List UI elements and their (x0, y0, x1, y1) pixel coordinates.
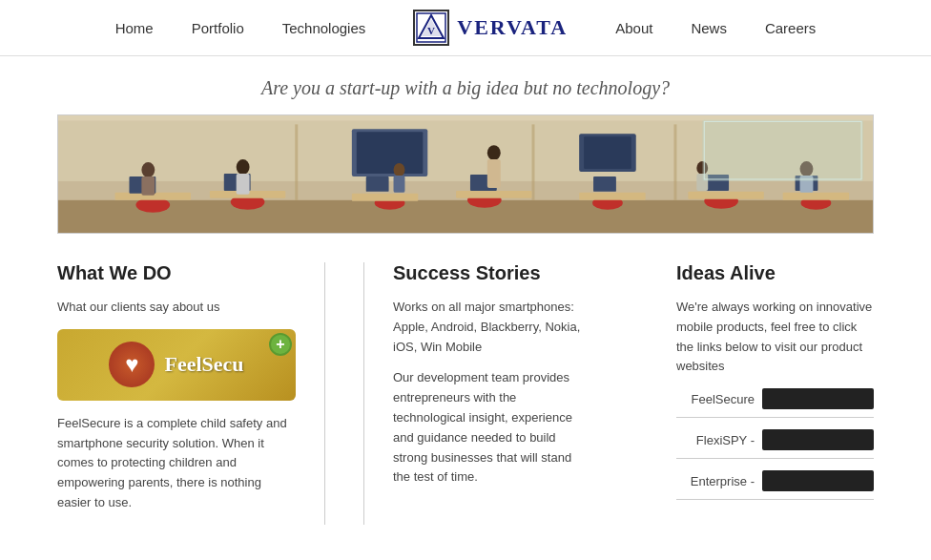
ideas-link-flexispy: FlexiSPY - (676, 429, 874, 459)
nav-right: About News Careers (596, 10, 835, 46)
site-header: Home Portfolio Technologies V VERVATA Ab… (0, 0, 931, 56)
office-illustration (58, 115, 873, 233)
nav-left: Home Portfolio Technologies (96, 10, 385, 46)
ideas-link-enterprise: Enterprise - (676, 470, 874, 500)
col3-description: We're always working on innovative mobil… (676, 298, 874, 377)
svg-point-37 (237, 159, 250, 175)
svg-rect-40 (487, 159, 501, 188)
col2-para1: Works on all major smartphones: Apple, A… (393, 298, 590, 357)
three-col-section: What We DO What our clients say about us… (0, 234, 931, 544)
nav-technologies[interactable]: Technologies (263, 10, 385, 46)
nav-home[interactable]: Home (96, 10, 173, 46)
col2-title: Success Stories (393, 262, 590, 284)
enterprise-link-label: Enterprise - (676, 474, 762, 488)
feelsecure-text: FeelSecu (164, 352, 243, 377)
svg-rect-11 (357, 132, 424, 174)
svg-rect-23 (352, 194, 419, 201)
nav-about[interactable]: About (596, 10, 672, 46)
feelsecure-image-box: ♥ FeelSecu + (57, 329, 296, 401)
flexispy-link-bar[interactable] (762, 429, 874, 450)
svg-rect-8 (532, 124, 535, 199)
nav-careers[interactable]: Careers (746, 10, 835, 46)
svg-rect-32 (593, 176, 616, 192)
ideas-links: FeelSecure FlexiSPY - Enterprise - (676, 388, 874, 500)
svg-rect-26 (688, 192, 763, 199)
svg-rect-5 (58, 200, 873, 233)
logo-svg: V (415, 11, 447, 44)
col-what-we-do: What We DO What our clients say about us… (57, 262, 325, 525)
svg-point-35 (141, 162, 155, 177)
heart-icon: ♥ (109, 342, 155, 387)
svg-rect-25 (579, 193, 646, 200)
svg-rect-24 (456, 191, 531, 198)
nav-news[interactable]: News (672, 10, 746, 46)
svg-rect-38 (237, 174, 250, 195)
svg-rect-42 (394, 176, 405, 193)
col1-subtitle: What our clients say about us (57, 298, 296, 318)
site-logo[interactable]: V VERVATA (384, 10, 596, 46)
svg-rect-7 (295, 124, 298, 199)
feelsecure-link-label: FeelSecure (676, 392, 762, 406)
svg-rect-13 (584, 136, 631, 169)
svg-rect-48 (702, 119, 863, 181)
svg-rect-27 (783, 193, 850, 200)
svg-rect-9 (673, 124, 676, 199)
logo-text: VERVATA (457, 15, 568, 40)
enterprise-link-bar[interactable] (762, 470, 874, 491)
feelsecure-link-bar[interactable] (762, 388, 874, 409)
svg-rect-30 (366, 176, 389, 192)
col3-title: Ideas Alive (676, 262, 874, 284)
flexispy-link-label: FlexiSPY - (676, 433, 762, 447)
svg-point-41 (394, 163, 405, 176)
nav-portfolio[interactable]: Portfolio (173, 10, 263, 46)
col1-description: FeelSecure is a complete child safety an… (57, 414, 296, 513)
col2-para2: Our development team provides entreprene… (393, 368, 590, 487)
feelsecure-logo: ♥ FeelSecu (109, 342, 243, 387)
tagline: Are you a start-up with a big idea but n… (0, 56, 931, 114)
logo-icon: V (413, 10, 449, 46)
hero-image (57, 114, 874, 234)
col-success-stories: Success Stories Works on all major smart… (363, 262, 619, 525)
svg-rect-36 (141, 176, 155, 196)
col1-title: What We DO (57, 262, 296, 284)
col-ideas-alive: Ideas Alive We're always working on inno… (657, 262, 874, 525)
svg-point-39 (487, 145, 501, 160)
svg-text:V: V (427, 25, 435, 36)
ideas-link-feelsecure: FeelSecure (676, 388, 874, 418)
plus-button[interactable]: + (269, 333, 292, 356)
